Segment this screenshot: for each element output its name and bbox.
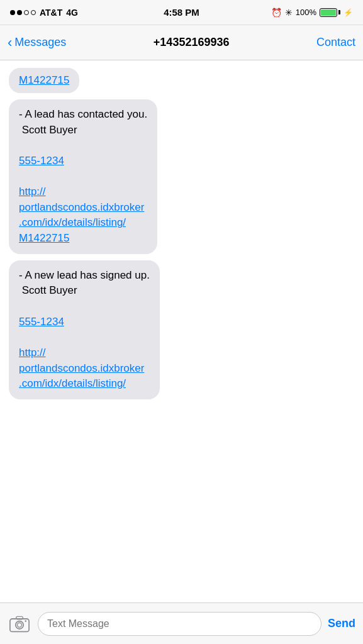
dot4 <box>31 10 36 15</box>
status-right: ⏰ ✳ 100% ⚡ <box>271 8 353 18</box>
dot2 <box>17 10 22 15</box>
camera-icon <box>9 615 30 633</box>
message-bubble-2: - A new lead has signed up. Scott Buyer … <box>9 260 160 399</box>
nav-back-label: Messages <box>14 36 66 49</box>
network-type: 4G <box>66 8 78 18</box>
charging-icon: ⚡ <box>343 8 353 17</box>
alarm-icon: ⏰ <box>271 8 282 18</box>
battery-tip <box>338 10 340 14</box>
nav-bar: ‹ Messages +14352169936 Contact <box>0 25 363 60</box>
input-bar: Send <box>0 602 363 644</box>
nav-phone-number: +14352169936 <box>72 36 310 49</box>
dot3 <box>24 10 29 15</box>
battery-fill <box>321 9 336 16</box>
msg2-phone[interactable]: 555-1234 <box>19 314 150 330</box>
camera-button[interactable] <box>8 612 31 636</box>
msg1-url[interactable]: http://portlandscondos.idxbroker.com/idx… <box>19 184 147 247</box>
msg1-line2: Scott Buyer <box>19 123 147 138</box>
messages-area: M1422715 - A lead has contacted you. Sco… <box>0 60 363 602</box>
signal-dots <box>10 10 36 15</box>
dot1 <box>10 10 15 15</box>
status-time: 4:58 PM <box>164 7 199 18</box>
msg1-line1: - A lead has contacted you. <box>19 107 147 123</box>
status-bar: AT&T 4G 4:58 PM ⏰ ✳ 100% ⚡ <box>0 0 363 25</box>
svg-point-1 <box>16 621 23 628</box>
battery-percent: 100% <box>296 8 316 17</box>
bluetooth-icon: ✳ <box>285 8 293 18</box>
partial-link[interactable]: M1422715 <box>19 74 69 86</box>
msg2-line1: - A new lead has signed up. <box>19 268 150 284</box>
msg2-url[interactable]: http://portlandscondos.idxbroker.com/idx… <box>19 345 150 392</box>
svg-point-4 <box>25 620 26 622</box>
text-message-input[interactable] <box>38 612 321 636</box>
send-button[interactable]: Send <box>328 617 355 630</box>
message-bubble-partial: M1422715 <box>9 68 79 93</box>
message-bubble-1: - A lead has contacted you. Scott Buyer … <box>9 99 157 254</box>
msg1-phone[interactable]: 555-1234 <box>19 153 147 169</box>
msg2-line2: Scott Buyer <box>19 283 150 299</box>
chevron-left-icon: ‹ <box>8 36 12 50</box>
carrier-label: AT&T <box>40 8 62 18</box>
nav-back-button[interactable]: ‹ Messages <box>8 36 66 50</box>
battery-body <box>320 8 337 17</box>
battery-indicator <box>320 8 340 17</box>
svg-rect-3 <box>16 616 23 619</box>
status-left: AT&T 4G <box>10 8 78 18</box>
nav-contact-button[interactable]: Contact <box>316 36 355 49</box>
svg-point-2 <box>17 623 21 627</box>
